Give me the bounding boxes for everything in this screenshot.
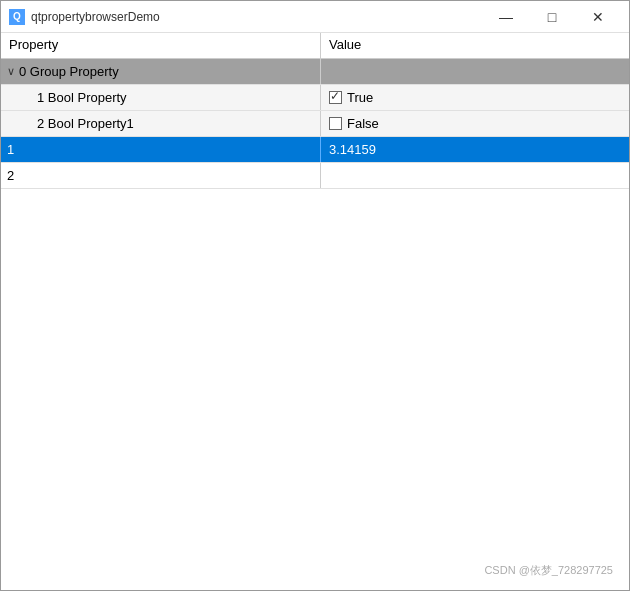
group-property-label: 0 Group Property bbox=[19, 64, 119, 79]
bool-value-1: True bbox=[347, 90, 373, 105]
header-value: Value bbox=[321, 33, 629, 58]
header-property: Property bbox=[1, 33, 321, 58]
cell-value bbox=[321, 163, 629, 188]
table-row[interactable]: 2 bbox=[1, 163, 629, 189]
close-button[interactable]: ✕ bbox=[575, 1, 621, 33]
cell-property: 1 Bool Property bbox=[1, 85, 321, 110]
table-row[interactable]: 1 3.14159 bbox=[1, 137, 629, 163]
cell-value: 3.14159 bbox=[321, 137, 629, 162]
property-table: Property Value ∨ 0 Group Property 1 Bool… bbox=[1, 33, 629, 590]
content-area: Property Value ∨ 0 Group Property 1 Bool… bbox=[1, 33, 629, 590]
main-window: Q qtpropertybrowserDemo — □ ✕ Property V… bbox=[0, 0, 630, 591]
bool-property-2-label: 2 Bool Property1 bbox=[37, 116, 134, 131]
cell-value bbox=[321, 59, 629, 84]
cell-property: 2 bbox=[1, 163, 321, 188]
minimize-button[interactable]: — bbox=[483, 1, 529, 33]
bool-property-1-label: 1 Bool Property bbox=[37, 90, 127, 105]
table-row[interactable]: 1 Bool Property True bbox=[1, 85, 629, 111]
row-2-label: 2 bbox=[7, 168, 14, 183]
window-controls: — □ ✕ bbox=[483, 1, 621, 33]
expand-icon: ∨ bbox=[7, 65, 15, 78]
cell-property: 1 bbox=[1, 137, 321, 162]
cell-property: ∨ 0 Group Property bbox=[1, 59, 321, 84]
title-bar: Q qtpropertybrowserDemo — □ ✕ bbox=[1, 1, 629, 33]
maximize-button[interactable]: □ bbox=[529, 1, 575, 33]
cell-property: 2 Bool Property1 bbox=[1, 111, 321, 136]
app-icon: Q bbox=[9, 9, 25, 25]
table-body: ∨ 0 Group Property 1 Bool Property True bbox=[1, 59, 629, 590]
table-header: Property Value bbox=[1, 33, 629, 59]
window-title: qtpropertybrowserDemo bbox=[31, 10, 483, 24]
watermark: CSDN @依梦_728297725 bbox=[484, 563, 613, 578]
cell-value: False bbox=[321, 111, 629, 136]
checkbox-unchecked-icon[interactable] bbox=[329, 117, 342, 130]
row-1-label: 1 bbox=[7, 142, 14, 157]
cell-value: True bbox=[321, 85, 629, 110]
table-row[interactable]: ∨ 0 Group Property bbox=[1, 59, 629, 85]
bool-value-2: False bbox=[347, 116, 379, 131]
table-row[interactable]: 2 Bool Property1 False bbox=[1, 111, 629, 137]
row-1-value: 3.14159 bbox=[329, 142, 376, 157]
checkbox-checked-icon[interactable] bbox=[329, 91, 342, 104]
